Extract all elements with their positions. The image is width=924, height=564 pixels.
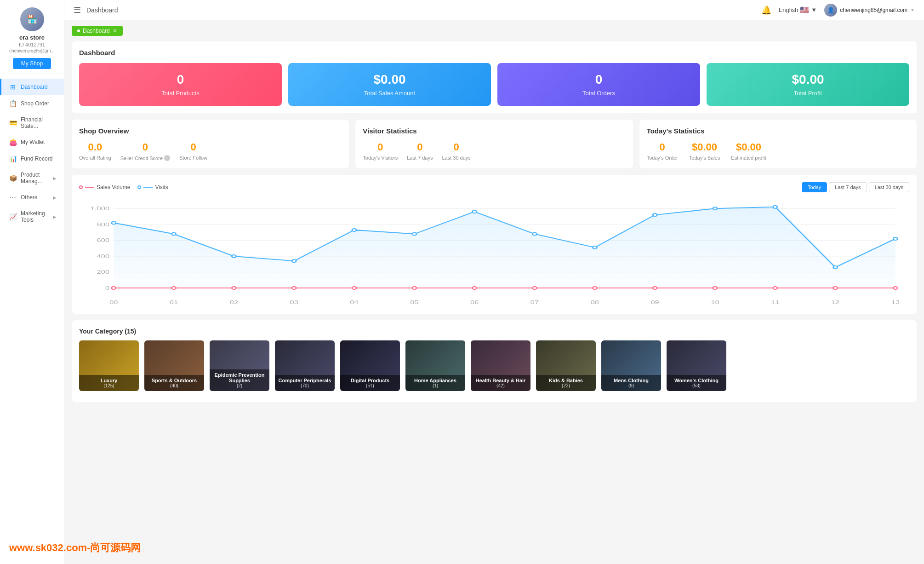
category-title: Your Category (15) xyxy=(79,328,909,335)
legend-visits-label: Visits xyxy=(155,184,168,190)
dashboard-title: Dashboard xyxy=(79,49,909,57)
category-count-computer: (70) xyxy=(277,383,333,388)
chart-btn-last-7-days[interactable]: Last 7 days xyxy=(829,182,867,192)
category-count-mens: (9) xyxy=(603,383,659,388)
category-card-womens[interactable]: Women's Clothing (53) xyxy=(667,340,726,391)
svg-point-53 xyxy=(893,287,897,289)
hamburger-icon[interactable]: ☰ xyxy=(74,5,81,15)
category-card-digital[interactable]: Digital Products (51) xyxy=(340,340,400,391)
dashboard-section: Dashboard 0 Total Products $0.00 Total S… xyxy=(72,41,917,113)
lang-chevron-icon: ▼ xyxy=(811,6,817,13)
topbar-title: Dashboard xyxy=(86,6,118,14)
visitor-value-last-7-days: 0 xyxy=(407,141,433,153)
chart-btn-last-30-days[interactable]: Last 30 days xyxy=(869,182,909,192)
svg-text:02: 02 xyxy=(230,299,239,305)
my-wallet-icon: 👛 xyxy=(9,138,17,146)
category-count-sports: (40) xyxy=(146,383,202,388)
store-id: ID 4012791 xyxy=(19,42,45,47)
stat-cards: 0 Total Products $0.00 Total Sales Amoun… xyxy=(79,63,909,106)
sidebar-item-my-wallet[interactable]: 👛 My Wallet xyxy=(0,134,64,150)
visitor-stat-last-7-days: 0 Last 7 days xyxy=(407,141,433,161)
stat-label-total-profit: Total Profit xyxy=(716,90,900,97)
chevron-icon: ▶ xyxy=(53,176,57,181)
category-card-health[interactable]: Health Beauty & Hair (42) xyxy=(471,340,530,391)
svg-text:800: 800 xyxy=(97,222,110,228)
product-manag-icon: 📦 xyxy=(9,174,17,182)
visitor-stat-last-30-days: 0 Last 30 days xyxy=(442,141,470,161)
category-name-sports: Sports & Outdoors xyxy=(146,378,202,383)
sidebar-item-marketing[interactable]: 📈 Marketing Tools ▶ xyxy=(0,206,64,228)
category-card-computer[interactable]: Computer Peripherals (70) xyxy=(275,340,335,391)
svg-text:06: 06 xyxy=(470,299,479,305)
stat-value-total-profit: $0.00 xyxy=(716,72,900,87)
visits-legend-icon xyxy=(137,185,141,189)
dashboard-icon: ⊞ xyxy=(9,83,17,91)
user-email: chenwenjing85@gmail.com xyxy=(840,7,907,13)
today-stat-todays-sales: $0.00 Today's Sales xyxy=(689,141,720,161)
my-shop-button[interactable]: My Shop xyxy=(13,58,51,69)
sales-line-icon xyxy=(85,187,94,188)
category-card-luxury[interactable]: Luxury (125) xyxy=(79,340,139,391)
stat-value-total-sales: $0.00 xyxy=(297,72,482,87)
legend-sales: Sales Volume xyxy=(79,184,130,190)
overview-value-seller-credit: 0 xyxy=(120,141,170,153)
todays-stats-card: Today's Statistics 0 Today's Order $0.00… xyxy=(639,120,917,168)
notification-bell-icon[interactable]: 🔔 xyxy=(761,5,771,15)
stat-card-total-sales: $0.00 Total Sales Amount xyxy=(288,63,491,106)
svg-text:00: 00 xyxy=(109,299,118,305)
breadcrumb-close-icon[interactable]: ✕ xyxy=(113,28,117,34)
sidebar-item-shop-order[interactable]: 📋 Shop Order xyxy=(0,95,64,112)
category-card-appliances[interactable]: Home Appliances (1) xyxy=(405,340,465,391)
category-name-health: Health Beauty & Hair xyxy=(473,378,529,383)
fund-record-icon: 📊 xyxy=(9,155,17,162)
svg-text:07: 07 xyxy=(530,299,539,305)
sidebar-item-product-manag[interactable]: 📦 Product Manag... ▶ xyxy=(0,167,64,189)
chart-header: Sales Volume Visits TodayLast 7 daysLast… xyxy=(79,182,909,192)
sidebar-item-dashboard[interactable]: ⊞ Dashboard xyxy=(0,79,64,95)
main-content: ☰ Dashboard 🔔 English 🇺🇸 ▼ 👤 chenwenjing… xyxy=(64,0,924,564)
others-icon: ⋯ xyxy=(9,194,17,201)
category-card-mens[interactable]: Mens Clothing (9) xyxy=(601,340,661,391)
visitor-stats-items: 0 Today's Visitors 0 Last 7 days 0 Last … xyxy=(363,141,625,161)
svg-text:04: 04 xyxy=(350,299,359,305)
svg-point-42 xyxy=(232,287,236,289)
category-count-luxury: (125) xyxy=(81,383,137,388)
category-name-epidemic: Epidemic Prevention Supplies xyxy=(211,372,268,383)
category-overlay-sports: Sports & Outdoors (40) xyxy=(144,375,204,391)
marketing-icon: 📈 xyxy=(9,213,17,220)
sidebar-item-others[interactable]: ⋯ Others ▶ xyxy=(0,189,64,206)
chart-section: Sales Volume Visits TodayLast 7 daysLast… xyxy=(72,175,917,314)
breadcrumb: Dashboard ✕ xyxy=(72,26,917,36)
sidebar-label-fund-record: Fund Record xyxy=(21,155,57,162)
sidebar-label-marketing: Marketing Tools xyxy=(21,210,49,223)
svg-point-28 xyxy=(232,255,236,258)
user-menu[interactable]: 👤 chenwenjing85@gmail.com ▼ xyxy=(824,4,915,17)
category-name-computer: Computer Peripherals xyxy=(277,378,333,383)
topbar-left: ☰ Dashboard xyxy=(74,5,118,15)
overview-stat-overall-rating: 0.0 Overall Rating xyxy=(79,141,111,161)
sidebar-label-shop-order: Shop Order xyxy=(21,100,57,107)
svg-text:12: 12 xyxy=(831,299,840,305)
sidebar-label-others: Others xyxy=(21,194,49,201)
svg-text:13: 13 xyxy=(891,299,900,305)
overview-label-store-follow: Store Follow xyxy=(179,155,207,161)
category-card-sports[interactable]: Sports & Outdoors (40) xyxy=(144,340,204,391)
category-card-kids[interactable]: Kids & Babies (23) xyxy=(536,340,596,391)
stat-card-total-products: 0 Total Products xyxy=(79,63,282,106)
svg-text:400: 400 xyxy=(97,253,110,259)
language-selector[interactable]: English 🇺🇸 ▼ xyxy=(779,6,817,14)
svg-point-37 xyxy=(773,206,777,208)
sidebar-item-fund-record[interactable]: 📊 Fund Record xyxy=(0,150,64,167)
breadcrumb-dot xyxy=(77,29,80,32)
chart-btn-today[interactable]: Today xyxy=(802,182,827,192)
category-card-epidemic[interactable]: Epidemic Prevention Supplies (2) xyxy=(210,340,269,391)
svg-point-52 xyxy=(833,287,838,289)
chart-container: 02004006008001,000 000102030405060708091… xyxy=(79,196,909,306)
chart-svg: 02004006008001,000 000102030405060708091… xyxy=(79,196,909,306)
breadcrumb-label: Dashboard xyxy=(83,28,110,34)
category-count-kids: (23) xyxy=(538,383,594,388)
store-email: chenwenjing85@gm... xyxy=(6,48,58,53)
sidebar-item-financial[interactable]: 💳 Financial State... xyxy=(0,112,64,134)
shop-overview-title: Shop Overview xyxy=(79,127,342,135)
category-name-luxury: Luxury xyxy=(81,378,137,383)
